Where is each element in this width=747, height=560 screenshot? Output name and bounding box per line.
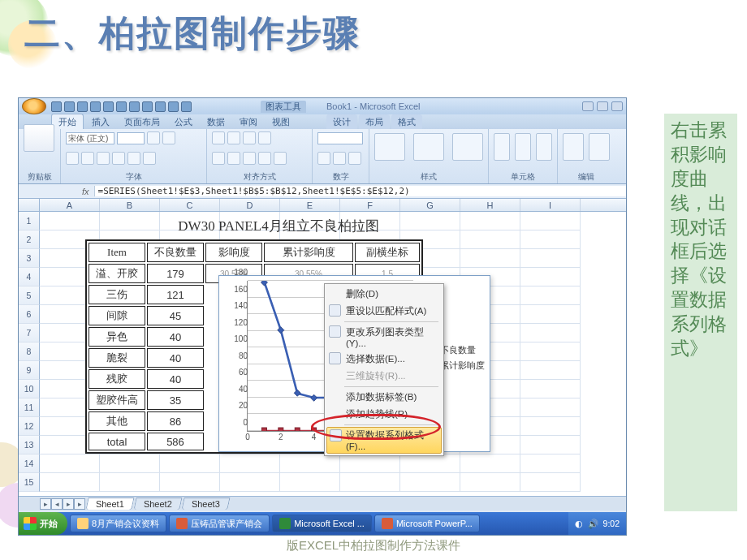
- office-button[interactable]: [22, 98, 46, 114]
- italic-button[interactable]: [81, 152, 94, 165]
- menu-add-data-labels[interactable]: 添加数据标签(B): [326, 389, 442, 406]
- app-title: Book1 - Microsoft Excel: [326, 101, 421, 111]
- windows-taskbar[interactable]: 开始 8月产销会议资料 压铸品管课产销会 Microsoft Excel ...…: [19, 512, 626, 535]
- select-data-icon: [329, 352, 341, 364]
- tray-icon[interactable]: ◐: [575, 519, 583, 528]
- folder-icon: [77, 518, 89, 529]
- ribbon-tabs[interactable]: 开始 插入 页面布局 公式 数据 审阅 视图 设计 布局 格式: [19, 114, 626, 129]
- svg-marker-2: [294, 390, 300, 396]
- tray-clock: 9:02: [603, 519, 620, 528]
- sheet-tab-1[interactable]: Sheet1: [85, 498, 134, 510]
- svg-rect-8: [261, 428, 266, 431]
- sheet-nav-buttons[interactable]: ▸◂▸▸: [40, 498, 85, 510]
- taskbar-item-excel[interactable]: Microsoft Excel ...: [272, 515, 372, 532]
- tab-chart-design[interactable]: 设计: [326, 114, 357, 129]
- ppt-icon: [382, 518, 393, 529]
- chart-context-menu[interactable]: 删除(D) 重设以匹配样式(A) 更改系列图表类型(Y)... 选择数据(E).…: [324, 283, 444, 456]
- menu-format-data-series[interactable]: 设置数据系列格式(F)...: [326, 427, 442, 454]
- group-font: 字体: [66, 171, 201, 183]
- menu-add-trendline[interactable]: 添加趋势线(R)...: [326, 406, 442, 423]
- menu-3d-rotation: 三维旋转(R)...: [326, 368, 442, 385]
- quick-access-toolbar[interactable]: [50, 101, 261, 112]
- tray-icon[interactable]: 🔊: [588, 519, 598, 529]
- menu-delete[interactable]: 删除(D): [326, 286, 442, 303]
- row-headers[interactable]: 123456789101112131415: [19, 212, 40, 492]
- start-button[interactable]: 开始: [19, 512, 67, 535]
- fx-icon[interactable]: fx: [77, 187, 94, 196]
- format-series-icon: [330, 429, 342, 442]
- shrink-font-button[interactable]: [162, 131, 175, 144]
- font-size-select[interactable]: [117, 132, 145, 144]
- system-tray[interactable]: ◐ 🔊 9:02: [568, 512, 626, 535]
- menu-reset-style[interactable]: 重设以匹配样式(A): [326, 303, 442, 320]
- windows-logo-icon: [24, 517, 37, 530]
- group-align: 对齐方式: [212, 171, 307, 183]
- slide-footer: 版EXCEL中柏拉图制作方法课件: [0, 538, 747, 554]
- font-name-select[interactable]: 宋体 (正文): [66, 132, 114, 144]
- sheet-tab-3[interactable]: Sheet3: [181, 498, 230, 510]
- excel-screenshot: 图表工具 Book1 - Microsoft Excel 开始 插入 页面布局 …: [18, 97, 627, 536]
- tab-view[interactable]: 视图: [266, 114, 296, 129]
- menu-change-chart-type[interactable]: 更改系列图表类型(Y)...: [326, 324, 442, 351]
- tab-home[interactable]: 开始: [51, 114, 84, 129]
- svg-marker-1: [278, 327, 284, 334]
- sheet-tab-bar[interactable]: ▸◂▸▸ Sheet1 Sheet2 Sheet3: [19, 496, 626, 510]
- chart-tools-label: 图表工具: [261, 101, 306, 113]
- reset-style-icon: [329, 304, 341, 317]
- excel-icon: [279, 518, 291, 529]
- tab-chart-format[interactable]: 格式: [391, 114, 422, 129]
- bold-button[interactable]: [66, 152, 79, 165]
- ppt-icon: [176, 518, 188, 529]
- taskbar-item-ppt1[interactable]: 压铸品管课产销会: [169, 515, 270, 532]
- grow-font-button[interactable]: [147, 131, 160, 144]
- group-cells: 单元格: [494, 171, 552, 183]
- number-format-select[interactable]: [317, 132, 363, 144]
- group-editing: 编辑: [563, 171, 610, 183]
- group-styles: 样式: [374, 171, 483, 183]
- sidebar-instruction: 右击累积影响度曲线，出现对话框后选择《设置数据系列格式》: [664, 114, 737, 511]
- taskbar-item-ppt2[interactable]: Microsoft PowerP...: [374, 515, 480, 532]
- svg-marker-0: [261, 281, 267, 286]
- tab-review[interactable]: 审阅: [233, 114, 264, 129]
- underline-button[interactable]: [97, 152, 110, 165]
- tab-page-layout[interactable]: 页面布局: [118, 114, 166, 129]
- maximize-button[interactable]: [597, 101, 608, 111]
- page-title: 二、柏拉图制作步骤: [24, 10, 361, 58]
- fill-color-button[interactable]: [127, 152, 140, 165]
- tab-insert[interactable]: 插入: [85, 114, 116, 129]
- border-button[interactable]: [112, 152, 125, 165]
- worksheet-grid[interactable]: 123456789101112131415 DW30 PANE: [19, 212, 626, 496]
- svg-rect-11: [312, 428, 317, 431]
- taskbar-item-folder[interactable]: 8月产销会议资料: [70, 515, 166, 532]
- font-color-button[interactable]: [143, 152, 156, 165]
- tab-formulas[interactable]: 公式: [168, 114, 199, 129]
- tab-chart-layout[interactable]: 布局: [359, 114, 390, 129]
- merged-title-cell: DW30 PANEL4月组立不良柏拉图: [108, 217, 449, 235]
- ribbon-body: 剪贴板 宋体 (正文) 字体 对齐方式 数字 样式: [19, 129, 626, 184]
- menu-select-data[interactable]: 选择数据(E)...: [326, 351, 442, 368]
- group-number: 数字: [317, 171, 364, 183]
- svg-marker-3: [311, 394, 317, 401]
- formula-bar: fx =SERIES(Sheet1!$E$3,Sheet1!$B$5:$B$12…: [19, 184, 626, 199]
- close-button[interactable]: [611, 101, 623, 111]
- column-headers[interactable]: A B C D E F G H I: [19, 199, 626, 212]
- svg-rect-9: [279, 428, 283, 431]
- excel-title-bar: 图表工具 Book1 - Microsoft Excel: [19, 98, 626, 114]
- formula-input[interactable]: =SERIES(Sheet1!$E$3,Sheet1!$B$5:$B$12,Sh…: [94, 186, 626, 196]
- tab-data[interactable]: 数据: [201, 114, 231, 129]
- chart-type-icon: [329, 325, 341, 338]
- sheet-tab-2[interactable]: Sheet2: [133, 498, 182, 510]
- svg-rect-10: [295, 428, 300, 431]
- group-clipboard: 剪贴板: [24, 171, 55, 183]
- window-controls[interactable]: [582, 101, 626, 111]
- paste-button[interactable]: [24, 124, 54, 152]
- minimize-button[interactable]: [582, 101, 594, 111]
